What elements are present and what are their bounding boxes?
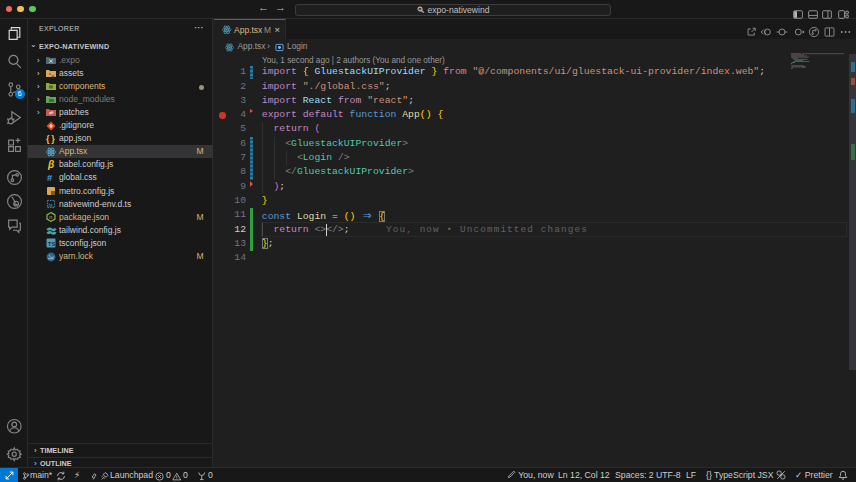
- svg-text:n: n: [49, 214, 52, 220]
- svg-text:TS: TS: [48, 241, 56, 247]
- svg-text:ts: ts: [48, 202, 52, 208]
